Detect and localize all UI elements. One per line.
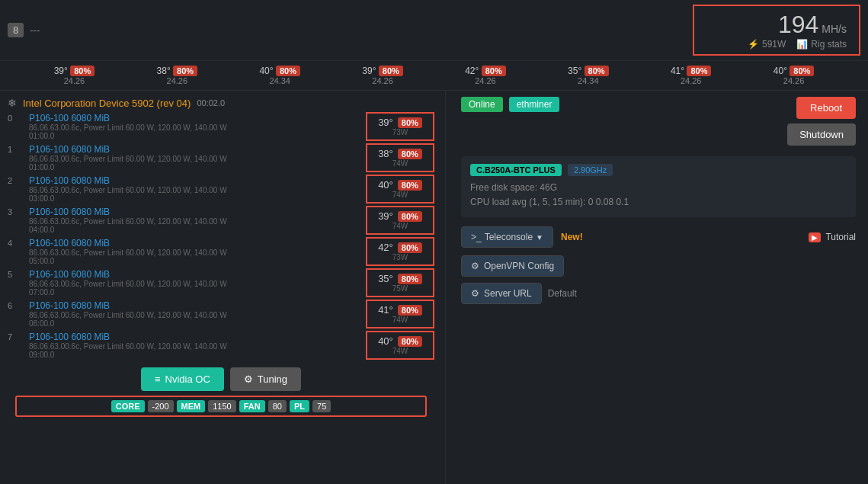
hashrate-unit: MH/s — [822, 23, 847, 35]
right-panel: Online ethminer Reboot Shutdown C.B250A-… — [449, 91, 868, 484]
system-tags: C.B250A-BTC PLUS 2.90GHz — [470, 164, 847, 176]
gpu-time: 01:00.0 — [29, 132, 366, 140]
gpu-watt: 74W — [392, 191, 408, 199]
gpu-temp: 40° — [378, 179, 393, 191]
shutdown-button[interactable]: Shutdown — [787, 123, 856, 146]
rig-name: Intel Corporation Device 5902 (rev 04) — [23, 98, 191, 109]
dropdown-chevron-icon: ▼ — [536, 233, 543, 242]
tools-row: >_ Teleconsole ▼ New! ▶ Tutorial — [461, 226, 856, 248]
gpu-fan: 80% — [398, 305, 422, 316]
fan-label: FAN — [239, 400, 265, 412]
gpu-top-item-1: 38° 80% 24.26 — [126, 64, 229, 87]
terminal-icon: >_ — [471, 232, 482, 242]
gpu-index: 6 — [8, 300, 29, 329]
gpu-stats: 42° 80% 73W — [366, 237, 434, 266]
table-row: 7 P106-100 6080 MiB 86.06.63.00.6c, Powe… — [8, 331, 434, 360]
gpu-watt: 74W — [392, 316, 408, 324]
gpu-fan: 80% — [398, 274, 422, 284]
gpu-name: P106-100 6080 MiB — [29, 238, 366, 248]
gpu-name: P106-100 6080 MiB — [29, 300, 366, 311]
gpu-top-item-7: 40° 80% 24.26 — [742, 64, 845, 87]
cpu-load-text: CPU load avg (1, 5, 15 min): 0 0.08 0.1 — [470, 195, 847, 210]
gpu-watt: 73W — [392, 253, 408, 261]
gpu-desc: 86.06.63.00.6c, Power Limit 60.00 W, 120… — [29, 311, 366, 319]
nvidia-oc-button[interactable]: ≡ Nvidia OC — [141, 367, 224, 391]
gpu-desc: 86.06.63.00.6c, Power Limit 60.00 W, 120… — [29, 186, 366, 194]
gpu-time: 01:00.0 — [29, 163, 366, 171]
reboot-button[interactable]: Reboot — [796, 97, 856, 119]
gpu-top-item-5: 35° 80% 24.34 — [536, 64, 639, 87]
system-info-panel: C.B250A-BTC PLUS 2.90GHz Free disk space… — [461, 156, 856, 217]
rig-number-badge: 8 — [8, 23, 24, 37]
gpu-info: P106-100 6080 MiB 86.06.63.00.6c, Power … — [29, 112, 366, 141]
gpu-fan: 80% — [398, 336, 422, 347]
lightning-icon: ⚡ — [748, 39, 759, 50]
gpu-temp: 42° — [378, 242, 393, 253]
gpu-temp: 38° — [378, 148, 393, 159]
table-row: 1 P106-100 6080 MiB 86.06.63.00.6c, Powe… — [8, 143, 434, 172]
server-url-button[interactable]: ⚙ Server URL — [461, 283, 542, 304]
rig-stats-link[interactable]: 📊 Rig stats — [796, 39, 847, 50]
gpu-name: P106-100 6080 MiB — [29, 175, 366, 186]
gpu-top-row: 39° 80% 24.26 38° 80% 24.26 40° 80% 24.3… — [0, 61, 868, 91]
gpu-index: 7 — [8, 331, 29, 360]
status-miner-badge: ethminer — [509, 97, 560, 112]
gpu-desc: 86.06.63.00.6c, Power Limit 60.00 W, 120… — [29, 217, 366, 226]
fan-value: 80 — [268, 400, 287, 412]
gpu-info: P106-100 6080 MiB 86.06.63.00.6c, Power … — [29, 175, 366, 204]
action-buttons-row: ≡ Nvidia OC ⚙ Tuning — [15, 367, 427, 391]
gpu-index: 4 — [8, 237, 29, 266]
rig-dashes: --- — [30, 24, 40, 36]
core-label: CORE — [111, 400, 145, 412]
gpu-index: 3 — [8, 206, 29, 235]
gpu-temp: 35° — [378, 273, 393, 284]
sliders-icon: ≡ — [155, 373, 161, 385]
gpu-stats: 40° 80% 74W — [366, 331, 434, 360]
gpu-time: 04:00.0 — [29, 226, 366, 234]
server-url-row: ⚙ Server URL Default — [461, 283, 856, 304]
pl-value: 75 — [312, 400, 331, 412]
rig-uptime: 00:02.0 — [197, 98, 225, 107]
gpu-stats: 41° 80% 74W — [366, 300, 434, 329]
gear-icon: ⚙ — [471, 288, 479, 299]
gpu-desc: 86.06.63.00.6c, Power Limit 60.00 W, 120… — [29, 123, 366, 132]
gpu-time: 05:00.0 — [29, 257, 366, 265]
gpu-stats: 40° 80% 74W — [366, 175, 434, 204]
gpu-watt: 74W — [392, 159, 408, 168]
gpu-fan: 80% — [398, 149, 422, 159]
gpu-index: 2 — [8, 175, 29, 204]
gpu-temp: 40° — [378, 335, 393, 347]
gpu-info: P106-100 6080 MiB 86.06.63.00.6c, Power … — [29, 237, 366, 266]
new-badge: New! — [561, 232, 583, 242]
gpu-desc: 86.06.63.00.6c, Power Limit 60.00 W, 120… — [29, 248, 366, 257]
table-row: 3 P106-100 6080 MiB 86.06.63.00.6c, Powe… — [8, 206, 434, 235]
openvpn-button[interactable]: ⚙ OpenVPN Config — [461, 255, 564, 277]
gpu-temp: 39° — [378, 210, 393, 222]
gpu-top-item-3: 39° 80% 24.26 — [332, 64, 434, 87]
gpu-watt: 74W — [392, 347, 408, 355]
gpu-temp: 41° — [378, 304, 393, 316]
gpu-info: P106-100 6080 MiB 86.06.63.00.6c, Power … — [29, 300, 366, 329]
gpu-desc: 86.06.63.00.6c, Power Limit 60.00 W, 120… — [29, 280, 366, 288]
snowflake-icon: ❄ — [8, 97, 17, 109]
gpu-time: 09:00.0 — [29, 351, 366, 359]
gpu-info: P106-100 6080 MiB 86.06.63.00.6c, Power … — [29, 206, 366, 235]
top-bar: 8 --- 194 MH/s ⚡ 591W 📊 Rig stats — [0, 0, 868, 61]
gpu-stats: 39° 80% 73W — [366, 112, 434, 141]
gpu-time: 03:00.0 — [29, 194, 366, 203]
bottom-bar: ≡ Nvidia OC ⚙ Tuning CORE -200 MEM 1150 … — [8, 361, 434, 423]
gpu-top-item-4: 42° 80% 24.26 — [434, 64, 537, 87]
gpu-watt: 75W — [392, 284, 408, 293]
gpu-top-item-0: 39° 80% 24.26 — [23, 64, 126, 87]
gpu-time: 07:00.0 — [29, 288, 366, 296]
tuning-button[interactable]: ⚙ Tuning — [230, 367, 301, 391]
gear-icon: ⚙ — [244, 373, 253, 385]
chart-icon: 📊 — [796, 39, 808, 50]
gpu-desc: 86.06.63.00.6c, Power Limit 60.00 W, 120… — [29, 155, 366, 163]
gpu-top-item-2: 40° 80% 24.34 — [229, 64, 332, 87]
hashrate-panel: 194 MH/s ⚡ 591W 📊 Rig stats — [693, 5, 860, 56]
teleconsole-button[interactable]: >_ Teleconsole ▼ — [461, 226, 553, 248]
mem-value: 1150 — [208, 400, 235, 412]
tutorial-link[interactable]: ▶ Tutorial — [809, 232, 856, 242]
rig-identifier: 8 --- — [8, 23, 40, 37]
